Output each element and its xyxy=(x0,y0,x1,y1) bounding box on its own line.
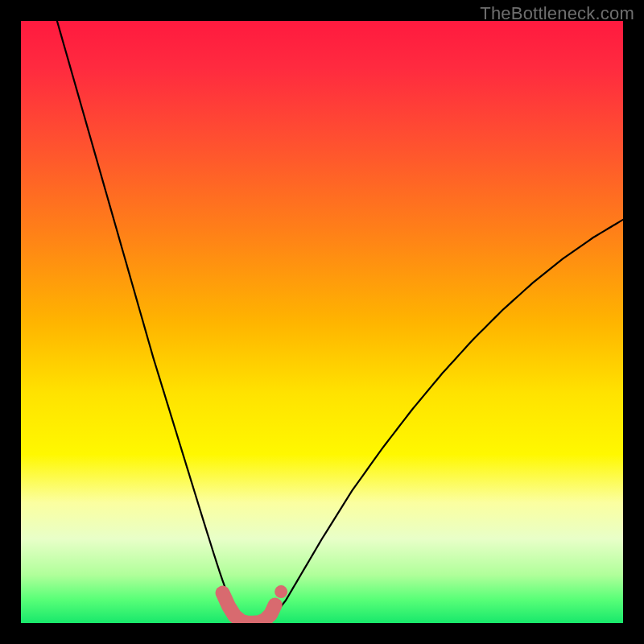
chart-frame: TheBottleneck.com xyxy=(0,0,644,644)
gradient-background xyxy=(21,21,623,623)
highlight-point xyxy=(275,585,287,598)
chart-svg xyxy=(21,21,623,623)
watermark-text: TheBottleneck.com xyxy=(480,3,634,24)
plot-area xyxy=(21,21,623,623)
